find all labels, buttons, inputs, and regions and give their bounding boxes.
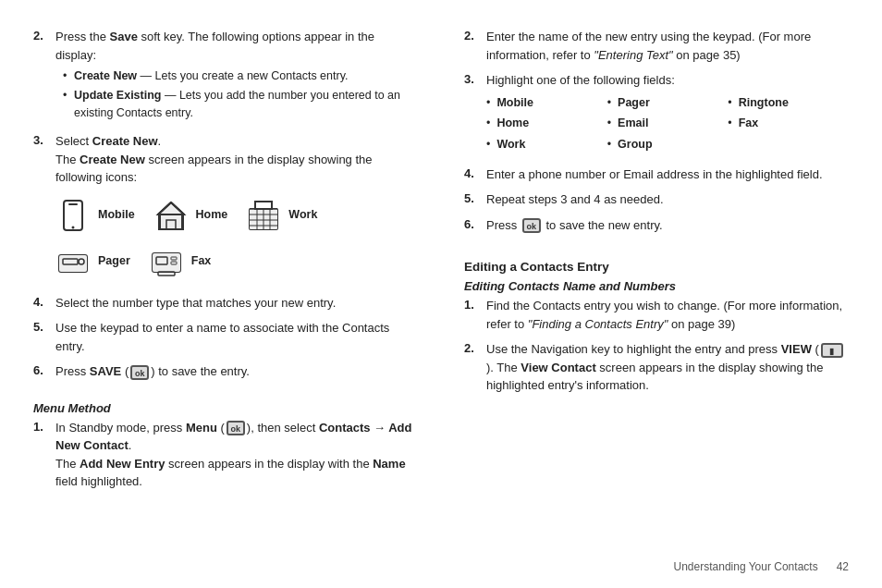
item-6-content: Press SAVE (ok) to save the entry. [55, 362, 418, 381]
item-4-content: Select the number type that matches your… [55, 294, 418, 312]
right-item-3-text: Highlight one of the following fields: [486, 73, 675, 87]
icon-rows: Mobile [55, 198, 418, 279]
right-item-4-content: Enter a phone number or Email address in… [486, 165, 849, 184]
right-item-2: 2. Enter the name of the new entry using… [464, 28, 849, 64]
svg-rect-20 [255, 202, 272, 209]
svg-rect-1 [68, 203, 78, 205]
bullet-update-existing: Update Existing — Lets you add the numbe… [63, 87, 418, 122]
field-home: •Home [486, 114, 607, 133]
field-ringtone: •Ringtone [728, 93, 849, 113]
fields-table: •Mobile •Pager •Ringtone •Home •Email •F… [486, 93, 849, 154]
menu-method-section: Menu Method 1. In Standby mode, press Me… [33, 396, 418, 498]
field-email: •Email [607, 114, 729, 133]
work-icon [246, 198, 281, 233]
svg-marker-5 [158, 202, 184, 229]
menu-item-num-1: 1. [33, 419, 48, 434]
right-item-5: 5. Repeat steps 3 and 4 as needed. [464, 190, 849, 209]
footer-page: 42 [837, 560, 849, 573]
bullet-create-new: Create New — Lets you create a new Conta… [63, 67, 418, 85]
fax-icon [149, 244, 184, 279]
editing-item-1: 1. Find the Contacts entry you wish to c… [464, 297, 849, 333]
left-item-4: 4. Select the number type that matches y… [33, 294, 418, 312]
field-work: •Work [486, 135, 607, 154]
right-item-3: 3. Highlight one of the following fields… [464, 71, 849, 158]
svg-point-2 [72, 226, 75, 228]
home-label: Home [196, 206, 228, 224]
view-key-icon: ▮ [821, 343, 843, 358]
fax-label: Fax [191, 252, 212, 270]
right-item-3-content: Highlight one of the following fields: •… [486, 71, 849, 158]
right-item-5-content: Repeat steps 3 and 4 as needed. [486, 190, 849, 209]
field-fax: •Fax [728, 114, 849, 133]
item-num-2: 2. [33, 28, 48, 43]
right-item-num-6: 6. [464, 216, 479, 231]
item-4-text: Select the number type that matches your… [55, 296, 336, 310]
editing-heading: Editing a Contacts Entry [464, 260, 849, 274]
right-item-6: 6. Press ok to save the new entry. [464, 216, 849, 235]
icon-mobile: Mobile [55, 198, 135, 233]
field-group: •Group [607, 135, 729, 154]
page: 2. Press the Save soft key. The followin… [0, 0, 882, 588]
save-key-icon: ok [130, 365, 149, 380]
editing-item-1-content: Find the Contacts entry you wish to chan… [486, 297, 849, 333]
menu-item-1-content: In Standby mode, press Menu (ok), then s… [55, 419, 418, 491]
menu-item-1: 1. In Standby mode, press Menu (ok), the… [33, 419, 418, 491]
menu-method-heading: Menu Method [33, 401, 418, 415]
svg-rect-30 [158, 272, 175, 276]
home-icon [153, 198, 189, 233]
left-item-2: 2. Press the Save soft key. The followin… [33, 28, 418, 125]
left-item-5: 5. Use the keypad to enter a name to ass… [33, 319, 418, 355]
field-empty [728, 135, 849, 154]
icon-row-2: Pager Fax [55, 244, 418, 279]
icon-row-1: Mobile [55, 198, 418, 233]
work-label: Work [288, 206, 317, 224]
right-item-4: 4. Enter a phone number or Email address… [464, 165, 849, 184]
save-new-key-icon: ok [522, 218, 541, 233]
item-num-3: 3. [33, 132, 48, 147]
left-item-3: 3. Select Create New. The Create New scr… [33, 132, 418, 287]
editing-section: Editing a Contacts Entry Editing Contact… [464, 251, 849, 402]
right-item-num-5: 5. [464, 190, 479, 205]
item-2-content: Press the Save soft key. The following o… [55, 28, 418, 125]
field-pager: •Pager [607, 93, 729, 113]
left-item-6: 6. Press SAVE (ok) to save the entry. [33, 362, 418, 381]
footer-text: Understanding Your Contacts [674, 560, 818, 573]
editing-item-2: 2. Use the Navigation key to highlight t… [464, 340, 849, 395]
right-item-2-text: Enter the name of the new entry using th… [486, 30, 811, 62]
icon-pager: Pager [55, 244, 130, 279]
editing-item-2-content: Use the Navigation key to highlight the … [486, 340, 849, 395]
mobile-icon [55, 198, 91, 233]
icon-fax: Fax [149, 244, 212, 279]
footer: Understanding Your Contacts 42 [674, 560, 849, 573]
item-2-text: Press the Save soft key. The following o… [55, 30, 374, 62]
item-3-sub: The Create New screen appears in the dis… [55, 153, 373, 185]
editing-item-num-1: 1. [464, 297, 479, 312]
right-item-6-text: Press ok to save the new entry. [486, 218, 663, 232]
editing-subheading: Editing Contacts Name and Numbers [464, 279, 849, 293]
item-num-5: 5. [33, 319, 48, 334]
field-mobile: •Mobile [486, 93, 607, 113]
editing-item-2-text: Use the Navigation key to highlight the … [486, 342, 845, 392]
item-6-text: Press SAVE (ok) to save the entry. [55, 364, 250, 378]
icon-work: Work [246, 198, 317, 233]
icon-home: Home [153, 198, 228, 233]
pager-icon [55, 244, 91, 279]
pager-label: Pager [98, 252, 130, 270]
menu-key-icon: ok [227, 421, 245, 435]
item-5-content: Use the keypad to enter a name to associ… [55, 319, 418, 355]
editing-item-1-text: Find the Contacts entry you wish to chan… [486, 299, 842, 331]
menu-item-1-text: In Standby mode, press Menu (ok), then s… [55, 421, 412, 453]
mobile-label: Mobile [98, 206, 135, 224]
right-item-6-content: Press ok to save the new entry. [486, 216, 849, 235]
right-item-num-4: 4. [464, 165, 479, 180]
right-item-num-2: 2. [464, 28, 479, 43]
item-num-4: 4. [33, 294, 48, 309]
right-item-num-3: 3. [464, 71, 479, 86]
item-5-text: Use the keypad to enter a name to associ… [55, 321, 389, 353]
right-item-2-content: Enter the name of the new entry using th… [486, 28, 849, 64]
item-3-text: Select Create New. [55, 134, 161, 148]
item-3-content: Select Create New. The Create New screen… [55, 132, 418, 287]
item-num-6: 6. [33, 362, 48, 377]
left-column: 2. Press the Save soft key. The followin… [33, 28, 427, 570]
menu-item-1-sub: The Add New Entry screen appears in the … [55, 457, 406, 489]
